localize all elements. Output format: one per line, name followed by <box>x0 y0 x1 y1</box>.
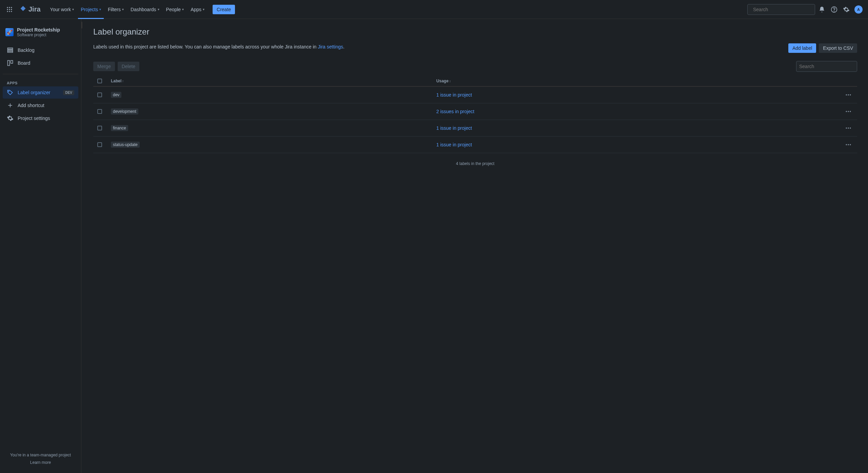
svg-point-32 <box>846 144 847 145</box>
labels-table: Label↑ Usage↕ dev 1 issue in project dev… <box>93 76 857 153</box>
sidebar-item-label: Board <box>18 60 30 66</box>
row-more-button[interactable] <box>844 90 853 100</box>
project-header[interactable]: 🚀 Project Rocketship Software project <box>3 24 78 40</box>
svg-rect-17 <box>11 61 13 63</box>
chevron-down-icon: ▾ <box>182 7 184 11</box>
label-tag: development <box>111 108 138 115</box>
select-all-header <box>93 76 107 86</box>
nav-your-work[interactable]: Your work▾ <box>47 5 77 14</box>
chevron-down-icon: ▾ <box>72 7 74 11</box>
svg-rect-15 <box>8 51 13 52</box>
column-label[interactable]: Label↑ <box>107 76 432 86</box>
svg-point-8 <box>11 11 12 12</box>
svg-rect-16 <box>8 61 10 66</box>
sidebar-item-label: Label organizer <box>18 90 51 95</box>
board-icon <box>7 60 14 66</box>
table-row: dev 1 issue in project <box>93 86 857 103</box>
row-more-button[interactable] <box>844 123 853 133</box>
table-row: status-update 1 issue in project <box>93 137 857 153</box>
usage-link[interactable]: 1 issue in project <box>436 92 472 98</box>
add-label-button[interactable]: Add label <box>788 43 816 53</box>
svg-point-24 <box>848 94 849 95</box>
svg-point-4 <box>9 9 10 10</box>
table-footer: 4 labels in the project <box>93 153 857 174</box>
svg-point-29 <box>846 127 847 128</box>
tag-icon <box>7 89 14 96</box>
main-content: Label organizer Labels used in this proj… <box>82 19 868 473</box>
svg-point-27 <box>848 111 849 112</box>
backlog-icon <box>7 47 14 54</box>
usage-link[interactable]: 1 issue in project <box>436 142 472 147</box>
svg-point-31 <box>850 127 851 128</box>
svg-point-5 <box>11 9 12 10</box>
usage-link[interactable]: 2 issues in project <box>436 109 474 114</box>
jira-logo[interactable]: Jira <box>16 5 43 14</box>
divider <box>3 74 78 74</box>
svg-point-34 <box>850 144 851 145</box>
chevron-down-icon: ▾ <box>158 7 159 11</box>
svg-point-3 <box>7 9 8 10</box>
sidebar-footer: You're in a team-managed project Learn m… <box>3 450 78 468</box>
svg-point-28 <box>850 111 851 112</box>
column-usage[interactable]: Usage↕ <box>432 76 840 86</box>
sidebar-item-project-settings[interactable]: Project settings <box>3 112 78 124</box>
select-all-checkbox[interactable] <box>97 79 102 83</box>
svg-rect-13 <box>8 48 13 49</box>
nav-apps[interactable]: Apps▾ <box>188 5 207 14</box>
create-button[interactable]: Create <box>213 5 235 14</box>
logo-text: Jira <box>28 5 41 13</box>
table-row: development 2 issues in project <box>93 103 857 120</box>
chevron-down-icon: ▾ <box>203 7 204 11</box>
chevron-down-icon: ▾ <box>99 7 101 11</box>
svg-point-1 <box>9 7 10 8</box>
learn-more-link[interactable]: Learn more <box>5 460 76 465</box>
sidebar-item-backlog[interactable]: Backlog <box>3 44 78 56</box>
settings-icon[interactable] <box>841 4 852 15</box>
app-switcher-icon[interactable] <box>4 4 15 15</box>
label-search[interactable] <box>796 61 857 72</box>
avatar[interactable]: A <box>853 4 864 15</box>
row-checkbox[interactable] <box>97 142 102 147</box>
team-managed-text: You're in a team-managed project <box>5 453 76 457</box>
svg-point-23 <box>846 94 847 95</box>
sidebar-item-add-shortcut[interactable]: Add shortcut <box>3 99 78 111</box>
page-description: Labels used in this project are listed b… <box>93 43 344 50</box>
row-checkbox[interactable] <box>97 109 102 114</box>
label-tag: status-update <box>111 142 140 148</box>
usage-link[interactable]: 1 issue in project <box>436 125 472 131</box>
label-tag: finance <box>111 125 128 131</box>
export-csv-button[interactable]: Export to CSV <box>819 43 857 53</box>
sidebar-item-label-organizer[interactable]: Label organizer DEV <box>3 86 78 99</box>
global-search[interactable] <box>747 4 815 15</box>
global-search-input[interactable] <box>753 7 812 12</box>
table-row: finance 1 issue in project <box>93 120 857 137</box>
sidebar-item-label: Project settings <box>18 116 50 121</box>
nav-right: A <box>747 4 864 15</box>
svg-point-18 <box>8 91 9 92</box>
sidebar-resize-handle[interactable] <box>81 19 82 473</box>
notifications-icon[interactable] <box>816 4 827 15</box>
chevron-down-icon: ▾ <box>122 7 124 11</box>
project-type: Software project <box>17 33 60 37</box>
sidebar-item-board[interactable]: Board <box>3 57 78 69</box>
nav-people[interactable]: People▾ <box>163 5 187 14</box>
row-checkbox[interactable] <box>97 126 102 130</box>
row-more-button[interactable] <box>844 140 853 149</box>
nav-items: Your work▾ Projects▾ Filters▾ Dashboards… <box>47 5 235 14</box>
plus-icon <box>7 102 14 109</box>
nav-filters[interactable]: Filters▾ <box>105 5 126 14</box>
label-search-input[interactable] <box>799 64 859 69</box>
sidebar-item-label: Add shortcut <box>18 103 44 108</box>
sort-icon: ↕ <box>449 79 451 83</box>
svg-point-7 <box>9 11 10 12</box>
nav-dashboards[interactable]: Dashboards▾ <box>128 5 162 14</box>
nav-projects[interactable]: Projects▾ <box>78 5 104 14</box>
help-icon[interactable] <box>829 4 840 15</box>
rocket-icon: 🚀 <box>5 28 14 36</box>
row-more-button[interactable] <box>844 107 853 116</box>
dev-badge: DEV <box>63 90 74 95</box>
jira-settings-link[interactable]: Jira settings <box>318 44 343 49</box>
svg-point-33 <box>848 144 849 145</box>
row-checkbox[interactable] <box>97 92 102 97</box>
sidebar: 🚀 Project Rocketship Software project Ba… <box>0 19 81 473</box>
